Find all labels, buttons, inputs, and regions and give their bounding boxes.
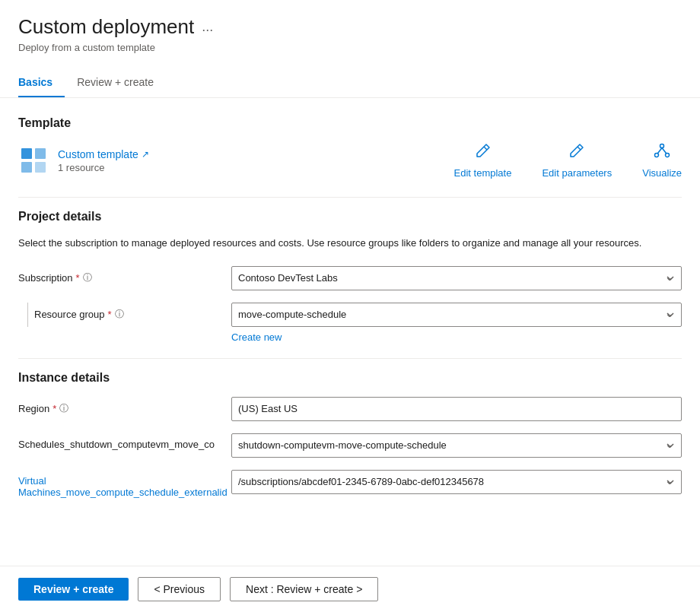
virtual-machines-select[interactable]: /subscriptions/abcdef01-2345-6789-0abc-d… xyxy=(231,470,682,494)
visualize-label: Visualize xyxy=(642,167,682,179)
template-resource-count: 1 resource xyxy=(58,162,149,173)
virtual-machines-label-text: Virtual Machines_move_compute_schedule_e… xyxy=(18,475,228,498)
virtual-machines-label: Virtual Machines_move_compute_schedule_e… xyxy=(18,470,231,498)
project-details-title: Project details xyxy=(18,210,682,224)
tab-review-create[interactable]: Review + create xyxy=(77,68,166,97)
indent-line xyxy=(27,303,28,327)
ellipsis-menu[interactable]: ... xyxy=(202,19,213,35)
schedules-label: Schedules_shutdown_computevm_move_co xyxy=(18,433,231,450)
visualize-action[interactable]: Visualize xyxy=(642,142,682,179)
template-info: Custom template ↗ 1 resource xyxy=(18,145,149,176)
template-card: Custom template ↗ 1 resource Edit temp xyxy=(18,142,682,179)
virtual-machines-row: Virtual Machines_move_compute_schedule_e… xyxy=(18,470,682,498)
resource-group-select[interactable]: move-compute-schedule xyxy=(231,303,682,327)
subscription-row: Subscription * ⓘ Contoso DevTest Labs xyxy=(18,266,682,290)
region-info-icon[interactable]: ⓘ xyxy=(59,402,68,415)
resource-group-required-star: * xyxy=(108,309,112,320)
external-link-icon: ↗ xyxy=(142,149,149,160)
tabs-bar: Basics Review + create xyxy=(0,68,700,98)
region-control xyxy=(231,397,682,421)
page-subtitle: Deploy from a custom template xyxy=(18,42,682,53)
project-details-section: Project details Select the subscription … xyxy=(18,210,682,343)
edit-template-icon xyxy=(475,142,492,163)
subscription-required-star: * xyxy=(76,272,80,284)
resource-group-row: Resource group * ⓘ move-compute-schedule… xyxy=(18,303,682,343)
edit-template-label: Edit template xyxy=(454,167,512,179)
divider-1 xyxy=(18,197,682,198)
edit-parameters-label: Edit parameters xyxy=(542,167,612,179)
template-section-title: Template xyxy=(18,116,682,130)
virtual-label-line2: Machines_move_compute_schedule_externali… xyxy=(18,487,228,498)
previous-button[interactable]: < Previous xyxy=(138,577,221,601)
region-input[interactable] xyxy=(231,397,682,421)
page-title-text: Custom deployment xyxy=(18,15,194,39)
subscription-label: Subscription * ⓘ xyxy=(18,266,231,284)
virtual-machines-select-wrapper: /subscriptions/abcdef01-2345-6789-0abc-d… xyxy=(231,470,682,494)
instance-details-title: Instance details xyxy=(18,371,682,385)
svg-rect-1 xyxy=(35,148,46,159)
template-grid-icon xyxy=(18,145,49,176)
svg-point-7 xyxy=(655,154,659,157)
subscription-label-text: Subscription xyxy=(18,272,73,284)
divider-2 xyxy=(18,358,682,359)
template-name-text: Custom template xyxy=(58,148,138,160)
region-row: Region * ⓘ xyxy=(18,397,682,421)
instance-details-section: Instance details Region * ⓘ Schedules_sh… xyxy=(18,371,682,498)
svg-line-5 xyxy=(578,147,581,150)
footer-bar: Review + create < Previous Next : Review… xyxy=(0,566,700,612)
review-create-button[interactable]: Review + create xyxy=(18,578,129,601)
schedules-row: Schedules_shutdown_computevm_move_co shu… xyxy=(18,433,682,458)
template-section: Template Custom template ↗ xyxy=(18,116,682,179)
schedules-select[interactable]: shutdown-computevm-move-compute-schedule xyxy=(231,433,682,458)
main-content: Template Custom template ↗ xyxy=(0,98,700,498)
svg-rect-3 xyxy=(35,162,46,173)
svg-rect-0 xyxy=(21,148,32,159)
resource-group-select-wrapper: move-compute-schedule xyxy=(231,303,682,327)
schedules-select-wrapper: shutdown-computevm-move-compute-schedule xyxy=(231,433,682,458)
virtual-machines-control: /subscriptions/abcdef01-2345-6789-0abc-d… xyxy=(231,470,682,494)
template-name-wrapper: Custom template ↗ 1 resource xyxy=(58,148,149,173)
resource-group-label-text: Resource group xyxy=(34,309,105,320)
svg-line-10 xyxy=(662,148,667,154)
svg-rect-2 xyxy=(21,162,32,173)
subscription-info-icon[interactable]: ⓘ xyxy=(83,271,92,284)
region-label: Region * ⓘ xyxy=(18,397,231,415)
edit-template-action[interactable]: Edit template xyxy=(454,142,512,179)
page-title: Custom deployment ... xyxy=(18,15,682,39)
resource-group-label: Resource group * ⓘ xyxy=(34,303,231,321)
schedules-control: shutdown-computevm-move-compute-schedule xyxy=(231,433,682,458)
resource-group-control: move-compute-schedule Create new xyxy=(231,303,682,343)
create-new-link[interactable]: Create new xyxy=(231,331,682,343)
subscription-select[interactable]: Contoso DevTest Labs xyxy=(231,266,682,290)
svg-point-8 xyxy=(666,154,670,157)
region-required-star: * xyxy=(52,403,56,414)
edit-parameters-action[interactable]: Edit parameters xyxy=(542,142,612,179)
subscription-control: Contoso DevTest Labs xyxy=(231,266,682,290)
schedules-label-text: Schedules_shutdown_computevm_move_co xyxy=(18,439,215,450)
region-label-text: Region xyxy=(18,403,49,414)
project-description: Select the subscription to manage deploy… xyxy=(18,236,682,251)
svg-line-4 xyxy=(484,147,487,150)
tab-basics[interactable]: Basics xyxy=(18,68,65,97)
page-header: Custom deployment ... Deploy from a cust… xyxy=(0,0,700,62)
edit-parameters-icon xyxy=(568,142,585,163)
template-name-link[interactable]: Custom template ↗ xyxy=(58,148,149,160)
svg-line-9 xyxy=(658,148,663,154)
resource-group-label-wrapper: Resource group * ⓘ xyxy=(18,303,231,327)
next-button[interactable]: Next : Review + create > xyxy=(230,577,378,601)
resource-group-info-icon[interactable]: ⓘ xyxy=(115,308,124,321)
template-actions: Edit template Edit parameters xyxy=(454,142,682,179)
visualize-icon xyxy=(654,142,670,163)
virtual-label-line1: Virtual xyxy=(18,475,46,487)
svg-point-6 xyxy=(660,144,664,148)
subscription-select-wrapper: Contoso DevTest Labs xyxy=(231,266,682,290)
